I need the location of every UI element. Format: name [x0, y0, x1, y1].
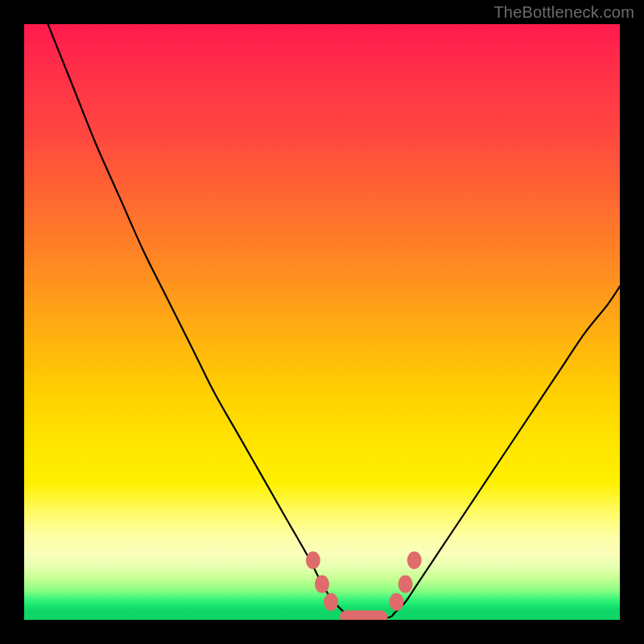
- bottleneck-curve-right: [394, 287, 620, 614]
- watermark-label: TheBottleneck.com: [493, 3, 634, 22]
- bottleneck-curve-left: [48, 24, 346, 614]
- chart-overlay: [24, 24, 620, 620]
- trough-marker-dot: [324, 593, 338, 611]
- trough-marker-dot: [390, 593, 404, 611]
- trough-marker-dot: [306, 551, 320, 569]
- trough-marker-dot: [315, 576, 329, 593]
- trough-marker-dot: [407, 551, 422, 569]
- trough-marker-pill: [340, 610, 387, 620]
- chart-frame: TheBottleneck.com: [0, 0, 644, 644]
- trough-markers: [306, 551, 422, 620]
- trough-marker-dot: [398, 576, 413, 593]
